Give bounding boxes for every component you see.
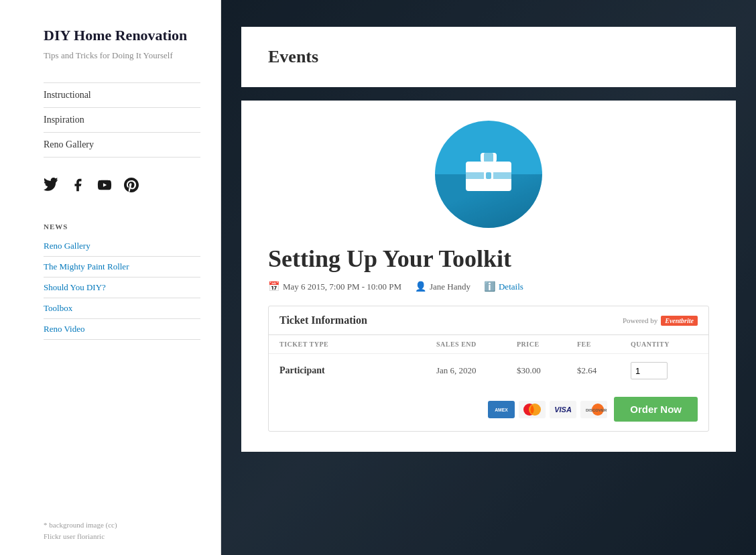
pinterest-icon[interactable] [124,178,139,196]
order-now-button[interactable]: Order Now [614,397,698,422]
payment-icons: AMEX VISA [488,401,607,418]
col-price: PRICE [517,341,577,348]
facebook-icon[interactable] [70,178,85,196]
event-icon-circle [435,121,542,228]
news-item-paint-roller[interactable]: The Mighty Paint Roller [44,257,200,278]
ticket-price: $30.00 [517,365,577,376]
bg-credit: * background image (cc) Flickr user flor… [44,506,200,542]
site-title: DIY Home Renovation [44,27,200,44]
news-item-toolbox[interactable]: Toolbox [44,298,200,319]
sidebar-item-inspiration[interactable]: Inspiration [44,108,200,133]
svg-text:AMEX: AMEX [495,407,509,412]
ticket-fee: $2.64 [577,365,631,376]
powered-by: Powered by Eventbrite [623,316,698,326]
ticket-quantity[interactable] [631,362,698,379]
ticket-box: Ticket Information Powered by Eventbrite… [268,306,709,432]
ticket-type-name: Participant [279,365,436,376]
svg-rect-1 [484,153,493,162]
news-item-reno-video[interactable]: Reno Video [44,319,200,340]
event-author: 👤 Jane Handy [415,281,470,292]
event-date: 📅 May 6 2015, 7:00 PM - 10:00 PM [268,281,401,292]
event-name: Setting Up Your Toolkit [268,245,709,273]
svg-text:DISCOVER: DISCOVER [586,408,607,412]
sidebar-item-instructional[interactable]: Instructional [44,83,200,108]
mastercard-icon [519,401,546,418]
social-icons [44,178,200,196]
nav-list: Instructional Inspiration Reno Gallery [44,83,200,158]
ticket-columns: TICKET TYPE SALES END PRICE FEE QUANTITY [269,335,708,354]
news-list: Reno Gallery The Mighty Paint Roller Sho… [44,236,200,340]
eventbrite-logo: Eventbrite [661,316,698,326]
svg-rect-5 [486,172,491,179]
event-icon-wrap [268,121,709,228]
toolbox-icon [462,146,515,202]
twitter-icon[interactable] [44,178,58,196]
ticket-title: Ticket Information [279,314,367,326]
events-title: Events [268,47,709,67]
ticket-header: Ticket Information Powered by Eventbrite [269,306,708,335]
site-tagline: Tips and Tricks for Doing It Yourself [44,50,200,62]
calendar-icon: 📅 [268,281,279,292]
visa-icon: VISA [550,401,576,418]
sidebar: DIY Home Renovation Tips and Tricks for … [0,0,221,555]
col-ticket-type: TICKET TYPE [279,341,436,348]
quantity-input[interactable] [631,362,668,379]
ticket-footer: AMEX VISA [269,387,708,431]
svg-text:VISA: VISA [554,406,572,414]
person-icon: 👤 [415,281,426,292]
event-details-link[interactable]: ℹ️ Details [484,281,523,292]
news-label: NEWS [44,223,200,231]
youtube-icon[interactable] [97,178,112,196]
events-header: Events [241,27,736,87]
sidebar-item-reno-gallery[interactable]: Reno Gallery [44,133,200,158]
news-section: NEWS Reno Gallery The Mighty Paint Rolle… [44,216,200,340]
col-sales-end: SALES END [436,341,517,348]
news-item-reno-gallery[interactable]: Reno Gallery [44,236,200,257]
col-quantity: QUANTITY [631,341,698,348]
col-fee: FEE [577,341,631,348]
info-icon: ℹ️ [484,281,495,292]
news-item-should-you-diy[interactable]: Should You DIY? [44,278,200,298]
event-meta: 📅 May 6 2015, 7:00 PM - 10:00 PM 👤 Jane … [268,281,709,292]
ticket-row: Participant Jan 6, 2020 $30.00 $2.64 [269,354,708,387]
discover-icon: DISCOVER [580,401,607,418]
event-card: Setting Up Your Toolkit 📅 May 6 2015, 7:… [241,101,736,452]
ticket-sales-end: Jan 6, 2020 [436,365,517,376]
main-content: Events [221,0,756,555]
amex-icon: AMEX [488,401,515,418]
